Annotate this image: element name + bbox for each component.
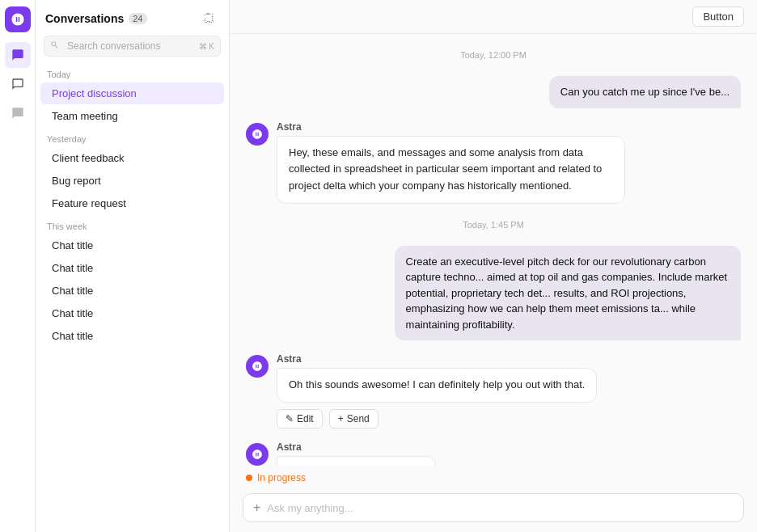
sidebar-header: Conversations 24	[36, 0, 229, 36]
send-label: Send	[347, 413, 370, 424]
icon-bar	[0, 0, 36, 532]
send-button[interactable]: + Send	[329, 409, 378, 429]
section-this-week: This week	[36, 215, 229, 234]
edit-icon: ✎	[285, 413, 294, 424]
conv-chat-5[interactable]: Chat title	[40, 325, 224, 347]
chat-input-bar: +	[230, 487, 757, 532]
conversation-list: Today Project discussion Team meeting Ye…	[36, 63, 229, 532]
user-message-1: Can you catch me up since I've be...	[246, 76, 741, 108]
top-bar: Button	[230, 0, 757, 34]
conv-chat-4[interactable]: Chat title	[40, 302, 224, 324]
conv-chat-2[interactable]: Chat title	[40, 257, 224, 279]
sidebar: Conversations 24 ⌘ K Today Project discu…	[36, 0, 230, 532]
timestamp-2: Today, 1:45 PM	[246, 220, 741, 230]
ai-content-2: Astra Oh this sounds awesome! I can defi…	[277, 353, 741, 429]
conversations-badge: 24	[129, 13, 146, 24]
nav-conversations[interactable]	[5, 42, 31, 68]
user-message-2: Create an executive-level pitch deck for…	[246, 246, 741, 341]
ai-bubble-1: Hey, these emails, and messages and some…	[277, 136, 625, 204]
ai-bubble-2: Oh this sounds awesome! I can definitely…	[277, 368, 597, 403]
ai-sender-2: Astra	[277, 353, 741, 365]
edit-button[interactable]: ✎ Edit	[277, 409, 323, 429]
input-plus-icon[interactable]: +	[253, 500, 260, 515]
nav-item-3[interactable]	[5, 100, 31, 126]
conv-project-discussion[interactable]: Project discussion	[40, 82, 224, 104]
in-progress-label: In progress	[257, 472, 306, 483]
main-panel: Button Today, 12:00 PM Can you catch me …	[230, 0, 757, 532]
search-input[interactable]	[44, 36, 221, 57]
ai-message-2: Astra Oh this sounds awesome! I can defi…	[246, 353, 741, 429]
timestamp-1: Today, 12:00 PM	[246, 50, 741, 60]
section-today: Today	[36, 63, 229, 82]
conv-client-feedback[interactable]: Client feedback	[40, 147, 224, 169]
section-yesterday: Yesterday	[36, 128, 229, 146]
in-progress-dot	[246, 475, 252, 481]
chat-input-wrap: +	[243, 493, 744, 522]
ai-message-3: Astra Okay let me get right on that!	[246, 441, 741, 466]
ai-avatar-3	[246, 443, 269, 466]
app-logo[interactable]	[5, 6, 31, 32]
top-bar-button[interactable]: Button	[692, 6, 744, 27]
chat-body: Today, 12:00 PM Can you catch me up sinc…	[230, 34, 757, 466]
ai-content-1: Astra Hey, these emails, and messages an…	[277, 121, 741, 204]
ai-message-1: Astra Hey, these emails, and messages an…	[246, 121, 741, 204]
conv-chat-1[interactable]: Chat title	[40, 234, 224, 256]
nav-item-2[interactable]	[5, 71, 31, 97]
send-icon: +	[338, 413, 344, 424]
conv-bug-report[interactable]: Bug report	[40, 170, 224, 192]
search-shortcut: ⌘ K	[199, 42, 214, 51]
ai-sender-1: Astra	[277, 121, 741, 133]
edit-label: Edit	[297, 413, 314, 424]
search-icon	[50, 40, 59, 52]
ai-avatar-1	[246, 123, 269, 146]
conv-team-meeting[interactable]: Team meeting	[40, 105, 224, 127]
ai-sender-3: Astra	[277, 441, 741, 453]
in-progress-bar: In progress	[230, 466, 757, 487]
user-bubble-2: Create an executive-level pitch deck for…	[395, 246, 741, 341]
ai-actions-2: ✎ Edit + Send	[277, 409, 741, 429]
sidebar-layout-button[interactable]	[198, 8, 219, 29]
conv-chat-3[interactable]: Chat title	[40, 280, 224, 302]
ai-bubble-3: Okay let me get right on that!	[277, 456, 436, 466]
conv-feature-request[interactable]: Feature request	[40, 192, 224, 214]
ai-avatar-2	[246, 355, 269, 378]
chat-input[interactable]	[267, 502, 734, 514]
sidebar-title: Conversations	[45, 12, 124, 25]
search-bar: ⌘ K	[44, 36, 221, 57]
ai-content-3: Astra Okay let me get right on that!	[277, 441, 741, 466]
sidebar-title-wrap: Conversations 24	[45, 12, 147, 25]
user-bubble-1: Can you catch me up since I've be...	[549, 76, 741, 108]
